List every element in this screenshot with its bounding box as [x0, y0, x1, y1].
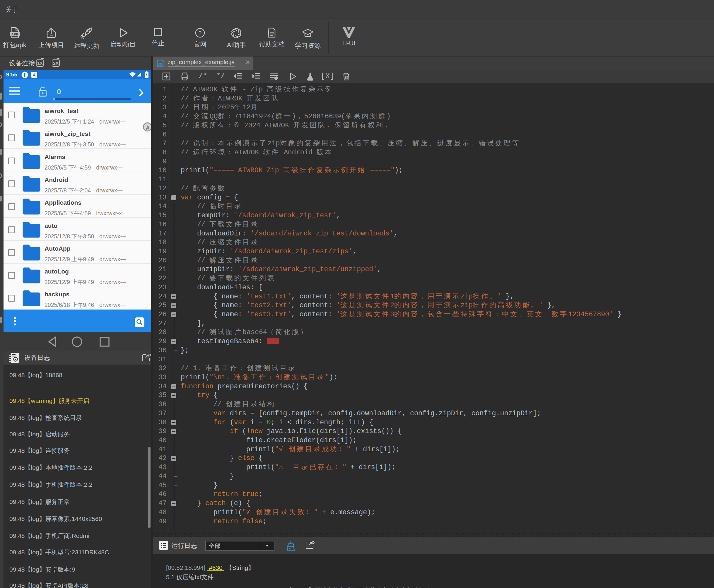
svg-text:APK: APK — [11, 33, 18, 36]
svg-text:?: ? — [198, 30, 202, 36]
svg-text:JS: JS — [158, 62, 162, 66]
svg-text:A: A — [33, 72, 36, 77]
